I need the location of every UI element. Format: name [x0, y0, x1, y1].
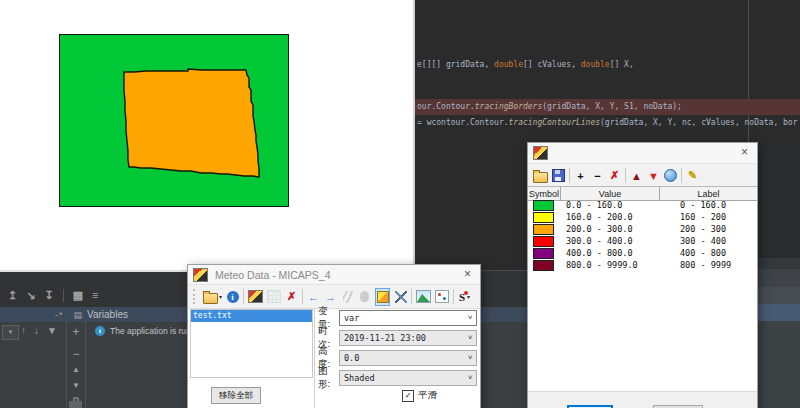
value-cell[interactable]: 200.0 - 300.0	[566, 224, 633, 234]
field-combo[interactable]: Shaded∨	[339, 370, 477, 386]
label-cell[interactable]: 800 - 9999	[680, 260, 731, 270]
move-up-icon[interactable]: ▲	[630, 168, 643, 184]
animate-icon[interactable]	[341, 289, 354, 305]
layout-icon[interactable]: ▤	[74, 310, 83, 320]
delete-icon[interactable]: ✗	[608, 168, 621, 184]
prev-occurrence-icon[interactable]: ↑	[21, 325, 26, 336]
map-canvas[interactable]	[59, 34, 289, 207]
color-swatch[interactable]	[533, 260, 554, 271]
label-cell[interactable]: 300 - 400	[680, 236, 726, 246]
color-swatch[interactable]	[533, 200, 554, 211]
field-combo[interactable]: 0.0∨	[339, 350, 477, 366]
open-file-icon[interactable]: ▾	[203, 289, 222, 305]
scrollbar-thumb[interactable]	[69, 401, 82, 408]
value-cell[interactable]: 800.0 - 9999.0	[566, 260, 638, 270]
expand-icon[interactable]: ▲	[67, 365, 85, 374]
add-break-icon[interactable]: +	[574, 168, 587, 184]
legend-row[interactable]: 800.0 - 9999.0800 - 9999	[528, 259, 757, 271]
legend-toolbar: +−✗▲▼✎	[528, 164, 757, 188]
data-table-icon[interactable]	[267, 289, 281, 305]
legend-row[interactable]: 200.0 - 300.0200 - 300	[528, 223, 757, 235]
meteoinfo-logo-icon	[193, 268, 208, 282]
globe-icon[interactable]	[664, 168, 677, 184]
step-out-icon[interactable]: ↥	[8, 288, 17, 302]
combo-value: var	[344, 313, 359, 323]
more-options-icon[interactable]: ≡	[92, 288, 98, 302]
meteoinfo-logo-icon[interactable]	[248, 289, 263, 305]
chevron-down-icon[interactable]: ∨	[467, 314, 473, 321]
station-model-icon[interactable]: S▾	[458, 289, 471, 305]
meteo-data-dialog: Meteo Data - MICAPS_4 × ▾i✗←→S▾ test.txt…	[187, 264, 481, 408]
remove-break-icon[interactable]: −	[591, 168, 604, 184]
label-cell[interactable]: 0 - 160.0	[680, 200, 726, 210]
remove-all-button[interactable]: 移除全部	[211, 387, 261, 404]
code-token: double	[494, 60, 523, 69]
meteoinfo-logo-icon	[533, 146, 548, 160]
step-into-icon[interactable]: ↘	[26, 288, 35, 302]
thread-combo[interactable]: ▾	[2, 325, 19, 340]
section-plot-icon[interactable]	[435, 289, 449, 305]
variables-title: Variables	[87, 309, 128, 320]
label-cell[interactable]: 400 - 800	[680, 248, 726, 258]
open-legend-icon[interactable]	[533, 168, 548, 184]
dropdown-chevron-icon[interactable]: ▾	[219, 293, 222, 300]
legend-titlebar[interactable]: ×	[528, 143, 757, 164]
move-down-icon[interactable]: ▼	[647, 168, 660, 184]
contour-polygon	[60, 35, 288, 206]
prev-time-icon[interactable]: ←	[307, 289, 320, 305]
code-token: double	[581, 60, 610, 69]
pin-icon[interactable]: -*	[55, 310, 64, 320]
filter-icon[interactable]: ▼	[47, 325, 57, 336]
legend-row[interactable]: 400.0 - 800.0400 - 800	[528, 247, 757, 259]
legend-row[interactable]: 160.0 - 200.0160 - 200	[528, 211, 757, 223]
smooth-checkbox[interactable]: ✓	[402, 390, 414, 402]
draw-settings-icon[interactable]	[394, 289, 407, 305]
legend-row[interactable]: 0.0 - 160.00 - 160.0	[528, 199, 757, 211]
toolbar-separator	[243, 289, 244, 304]
value-cell[interactable]: 400.0 - 800.0	[566, 248, 633, 258]
color-swatch[interactable]	[533, 212, 554, 223]
remove-data-icon[interactable]: ✗	[285, 289, 298, 305]
meteo-titlebar[interactable]: Meteo Data - MICAPS_4 ×	[188, 265, 480, 285]
frame-row[interactable]	[757, 269, 800, 287]
field-combo[interactable]: var∨	[339, 310, 477, 326]
toolbar-separator	[569, 168, 570, 183]
label-cell[interactable]: 160 - 200	[680, 212, 726, 222]
toolbar-separator	[625, 168, 626, 183]
collapse-icon[interactable]: ▼	[67, 381, 85, 390]
value-cell[interactable]: 160.0 - 200.0	[566, 212, 633, 222]
chevron-down-icon[interactable]: ∨	[467, 374, 473, 381]
save-legend-icon[interactable]	[552, 168, 565, 184]
file-list[interactable]: test.txt	[190, 309, 313, 378]
data-info-icon[interactable]: i	[226, 289, 239, 305]
remove-watch-icon[interactable]: −	[67, 347, 85, 361]
code-token: [] cValues,	[523, 60, 581, 69]
chevron-down-icon[interactable]: ∨	[467, 354, 473, 361]
force-step-into-icon[interactable]: ↧	[44, 288, 53, 302]
info-icon: i	[95, 326, 105, 336]
color-swatch[interactable]	[533, 248, 554, 259]
evaluate-expression-icon[interactable]: ▦	[73, 288, 83, 302]
next-occurrence-icon[interactable]: ↓	[34, 325, 39, 336]
label-cell[interactable]: 200 - 300	[680, 224, 726, 234]
close-icon[interactable]: ×	[464, 267, 471, 281]
edit-colors-icon[interactable]: ✎	[686, 168, 699, 184]
value-cell[interactable]: 0.0 - 160.0	[566, 200, 622, 210]
stop-icon[interactable]	[358, 289, 371, 305]
legend-row[interactable]: 300.0 - 400.0300 - 400	[528, 235, 757, 247]
value-cell[interactable]: 300.0 - 400.0	[566, 236, 633, 246]
shaded-style-icon[interactable]	[375, 288, 390, 306]
area-chart-icon[interactable]	[416, 289, 431, 305]
next-time-icon[interactable]: →	[324, 289, 337, 305]
close-icon[interactable]: ×	[741, 145, 748, 159]
frame-row-selected[interactable]	[757, 304, 800, 321]
chevron-down-icon[interactable]: ∨	[467, 334, 473, 341]
color-swatch[interactable]	[533, 224, 554, 235]
frame-row[interactable]	[757, 287, 800, 304]
toolbar-separator	[411, 289, 412, 304]
toolbar-grip	[193, 289, 197, 304]
field-combo[interactable]: 2019-11-21 23:00∨	[339, 330, 477, 346]
file-list-item[interactable]: test.txt	[191, 310, 312, 322]
color-swatch[interactable]	[533, 236, 554, 247]
add-watch-icon[interactable]: +	[67, 325, 85, 339]
